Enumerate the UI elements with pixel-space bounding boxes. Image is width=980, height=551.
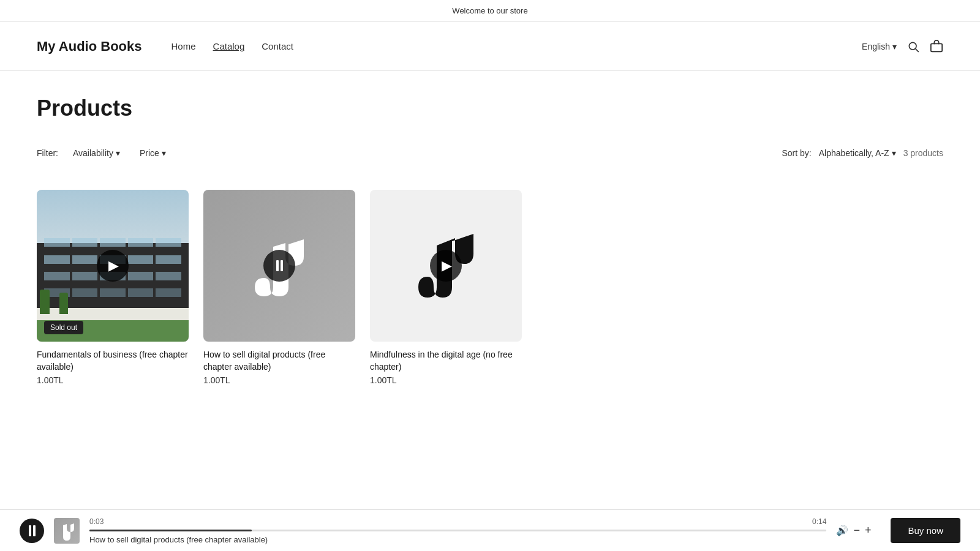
filter-bar: Filter: Availability ▾ Price ▾ Sort by: … <box>37 146 943 170</box>
header-left: My Audio Books Home Catalog Contact <box>37 39 293 54</box>
nav-catalog[interactable]: Catalog <box>213 41 245 51</box>
page-title: Products <box>37 96 943 121</box>
product-price-2: 1.00TL <box>203 375 355 385</box>
product-image-3: ▶ <box>370 190 522 342</box>
availability-label: Availability <box>73 148 113 158</box>
nav-home[interactable]: Home <box>172 41 196 51</box>
availability-filter[interactable]: Availability ▾ <box>68 146 125 160</box>
product-card-3[interactable]: ▶ Mindfulness in the digital age (no fre… <box>370 190 522 385</box>
product-price-1: 1.00TL <box>37 375 189 385</box>
sort-button[interactable]: Alphabetically, A-Z ▾ <box>819 148 896 158</box>
price-chevron-icon: ▾ <box>162 148 166 158</box>
search-button[interactable] <box>907 40 920 53</box>
play-button-3[interactable]: ▶ <box>430 250 462 282</box>
site-title[interactable]: My Audio Books <box>37 39 142 54</box>
lang-chevron-icon: ▾ <box>892 42 897 51</box>
sold-out-badge: Sold out <box>44 321 83 334</box>
top-banner: Welcome to our store <box>0 0 980 22</box>
sort-value: Alphabetically, A-Z <box>819 148 889 158</box>
main-nav: Home Catalog Contact <box>172 41 293 51</box>
main-content: Products Filter: Availability ▾ Price ▾ … <box>0 71 980 459</box>
sort-chevron-icon: ▾ <box>892 148 896 158</box>
filter-right: Sort by: Alphabetically, A-Z ▾ 3 product… <box>782 148 943 158</box>
product-price-3: 1.00TL <box>370 375 522 385</box>
product-image-1: ▶ Sold out <box>37 190 189 342</box>
sort-label: Sort by: <box>782 148 811 158</box>
play-icon-3: ▶ <box>442 258 452 274</box>
price-label: Price <box>140 148 159 158</box>
language-selector[interactable]: English ▾ <box>862 42 897 51</box>
product-count: 3 products <box>903 148 943 158</box>
cart-button[interactable] <box>930 40 943 53</box>
header-right: English ▾ <box>862 40 943 53</box>
product-name-3: Mindfulness in the digital age (no free … <box>370 349 522 373</box>
product-grid: ▶ Sold out Fundamentals of business (fre… <box>37 190 943 385</box>
pause-icon-2 <box>276 260 283 271</box>
play-button-1[interactable]: ▶ <box>97 250 129 282</box>
product-name-2: How to sell digital products (free chapt… <box>203 349 355 373</box>
nav-contact[interactable]: Contact <box>262 41 293 51</box>
product-image-2 <box>203 190 355 342</box>
svg-line-1 <box>916 48 919 51</box>
header: My Audio Books Home Catalog Contact Engl… <box>0 22 980 71</box>
availability-chevron-icon: ▾ <box>116 148 120 158</box>
svg-rect-2 <box>931 43 942 51</box>
banner-text: Welcome to our store <box>452 6 527 15</box>
product-card-1[interactable]: ▶ Sold out Fundamentals of business (fre… <box>37 190 189 385</box>
product-name-1: Fundamentals of business (free chapter a… <box>37 349 189 373</box>
pause-button-2[interactable] <box>263 250 295 282</box>
lang-label: English <box>862 42 890 51</box>
price-filter[interactable]: Price ▾ <box>135 146 171 160</box>
play-icon-1: ▶ <box>108 258 119 274</box>
filter-label: Filter: <box>37 148 58 158</box>
filter-left: Filter: Availability ▾ Price ▾ <box>37 146 171 160</box>
product-card-2[interactable]: How to sell digital products (free chapt… <box>203 190 355 385</box>
